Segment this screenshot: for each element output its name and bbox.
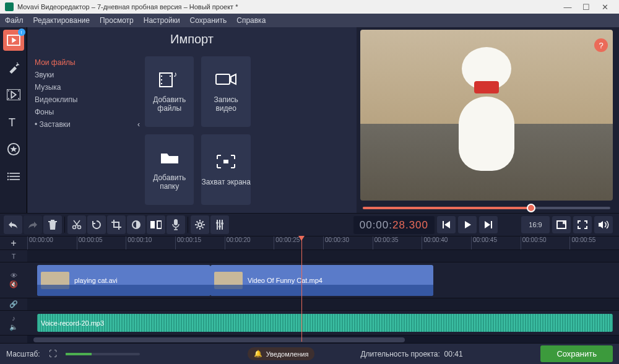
ruler-tick: 00:00:20 bbox=[225, 236, 274, 249]
eye-icon[interactable]: 👁 bbox=[11, 272, 17, 279]
maximize-button[interactable]: ☐ bbox=[577, 2, 595, 12]
menu-view[interactable]: Просмотр bbox=[100, 16, 134, 25]
ruler-tick: 00:00:10 bbox=[126, 236, 175, 249]
menu-help[interactable]: Справка bbox=[236, 16, 266, 25]
category-my-files[interactable]: Мои файлы bbox=[35, 56, 100, 69]
rotate-button[interactable] bbox=[87, 215, 106, 234]
detach-button[interactable] bbox=[552, 216, 571, 233]
next-button[interactable] bbox=[479, 216, 498, 233]
minimize-button[interactable]: — bbox=[558, 2, 577, 12]
ruler-tick: 00:00:55 bbox=[569, 236, 619, 249]
tab-transitions[interactable] bbox=[3, 84, 24, 105]
fullscreen-button[interactable] bbox=[573, 216, 592, 233]
import-tiles: ♪ Добавить файлы Запись видео Добавить п… bbox=[108, 51, 263, 210]
collapse-handle-icon[interactable]: ‹ bbox=[137, 120, 140, 129]
clip-video-2[interactable]: Video Of Funny Cat.mp4 bbox=[210, 265, 433, 296]
audio-track-body[interactable]: Voice-record-20.mp3 bbox=[27, 311, 619, 335]
tile-label: Запись видео bbox=[214, 95, 238, 113]
tab-titles[interactable]: T bbox=[3, 111, 24, 132]
audio-track-head[interactable]: ♪ 🔈 bbox=[0, 311, 27, 335]
notifications-label: Уведомления bbox=[266, 350, 309, 358]
video-track: 👁 🔇 playing cat.avi Video Of Funny Cat.m… bbox=[0, 262, 619, 298]
svg-rect-38 bbox=[443, 221, 444, 228]
tile-screen-capture[interactable]: Захват экрана bbox=[201, 134, 250, 205]
adjust-button[interactable] bbox=[210, 215, 229, 234]
help-button[interactable]: ? bbox=[594, 38, 608, 52]
svg-marker-12 bbox=[10, 146, 17, 152]
mic-button[interactable] bbox=[167, 215, 185, 234]
zoom-fit-icon[interactable]: ⛶ bbox=[49, 349, 57, 358]
category-videoclips[interactable]: Видеоклипы bbox=[35, 93, 100, 106]
preview-content bbox=[440, 47, 533, 177]
ruler-tick: 00:00:15 bbox=[175, 236, 225, 249]
menu-edit[interactable]: Редактирование bbox=[33, 16, 90, 25]
tile-add-folder[interactable]: Добавить папку bbox=[145, 134, 194, 205]
category-music[interactable]: Музыка bbox=[35, 81, 100, 93]
menu-settings[interactable]: Настройки bbox=[144, 16, 180, 25]
video-track-body[interactable]: playing cat.avi Video Of Funny Cat.mp4 bbox=[27, 262, 619, 298]
tile-add-files[interactable]: ♪ Добавить файлы bbox=[145, 56, 194, 127]
mute-icon[interactable]: 🔇 bbox=[9, 280, 18, 288]
title-track-icon[interactable]: T bbox=[0, 250, 27, 262]
add-track-button[interactable]: + bbox=[0, 236, 27, 249]
save-button[interactable]: Сохранить bbox=[540, 345, 613, 362]
scrollbar-thumb[interactable] bbox=[33, 337, 405, 342]
tile-label: Захват экрана bbox=[201, 178, 250, 186]
svg-marker-26 bbox=[231, 74, 236, 84]
clip-audio-1[interactable]: Voice-record-20.mp3 bbox=[37, 314, 613, 332]
svg-marker-1 bbox=[12, 38, 16, 43]
tab-stickers[interactable] bbox=[3, 139, 24, 160]
color-button[interactable] bbox=[127, 215, 145, 234]
svg-point-2 bbox=[17, 63, 18, 64]
zoom-slider[interactable] bbox=[66, 353, 140, 355]
link-icon[interactable]: 🔗 bbox=[0, 298, 27, 310]
settings-button[interactable] bbox=[191, 215, 209, 234]
tab-filters[interactable] bbox=[3, 57, 24, 78]
timecode-value: 28.300 bbox=[392, 219, 428, 231]
clip-label: playing cat.avi bbox=[74, 277, 118, 284]
delete-button[interactable] bbox=[43, 215, 62, 234]
menu-file[interactable]: Файл bbox=[5, 16, 24, 25]
seekbar-knob-icon[interactable] bbox=[527, 204, 535, 212]
tab-more[interactable] bbox=[3, 166, 24, 187]
crop-button[interactable] bbox=[107, 215, 126, 234]
prev-button[interactable] bbox=[437, 216, 456, 233]
ruler-tick: 00:00:50 bbox=[521, 236, 570, 249]
zoom-label: Масштаб: bbox=[6, 350, 40, 358]
video-track-head[interactable]: 👁 🔇 bbox=[0, 262, 27, 298]
svg-rect-27 bbox=[223, 160, 228, 163]
play-button[interactable] bbox=[458, 216, 477, 233]
mute-icon[interactable]: 🔈 bbox=[9, 323, 18, 331]
svg-point-37 bbox=[221, 222, 223, 225]
undo-button[interactable] bbox=[4, 215, 22, 234]
timeline-ruler[interactable]: + 00:00:00 00:00:05 00:00:10 00:00:15 00… bbox=[0, 236, 619, 250]
clip-video-1[interactable]: playing cat.avi bbox=[37, 265, 210, 296]
svg-point-29 bbox=[78, 226, 81, 229]
volume-button[interactable] bbox=[594, 216, 613, 233]
svg-point-16 bbox=[7, 173, 9, 175]
import-heading: Импорт bbox=[27, 27, 357, 51]
tile-record-video[interactable]: Запись видео bbox=[201, 56, 250, 127]
playhead-icon[interactable] bbox=[301, 236, 302, 342]
camera-icon bbox=[215, 71, 237, 88]
preview-seekbar[interactable] bbox=[363, 207, 610, 209]
bell-icon: 🔔 bbox=[254, 350, 262, 358]
tab-import[interactable]: ! bbox=[3, 30, 24, 51]
category-backgrounds[interactable]: Фоны bbox=[35, 106, 100, 118]
aspect-ratio-button[interactable]: 16:9 bbox=[521, 216, 550, 233]
ruler-tick: 00:00:35 bbox=[373, 236, 422, 249]
seekbar-progress bbox=[363, 207, 531, 209]
cut-button[interactable] bbox=[67, 215, 86, 234]
svg-rect-22 bbox=[161, 83, 162, 84]
notifications-button[interactable]: 🔔 Уведомления bbox=[248, 347, 315, 360]
close-button[interactable]: ✕ bbox=[595, 2, 614, 12]
preview-video[interactable] bbox=[360, 30, 613, 201]
category-sounds[interactable]: Звуки bbox=[35, 69, 100, 81]
redo-button[interactable] bbox=[24, 215, 42, 234]
category-intros[interactable]: • Заставки bbox=[35, 118, 100, 131]
svg-rect-7 bbox=[18, 90, 19, 92]
capture-icon bbox=[215, 153, 237, 170]
menu-save[interactable]: Сохранить bbox=[190, 16, 227, 25]
title-track-body[interactable] bbox=[27, 250, 619, 262]
split-button[interactable] bbox=[147, 215, 165, 234]
